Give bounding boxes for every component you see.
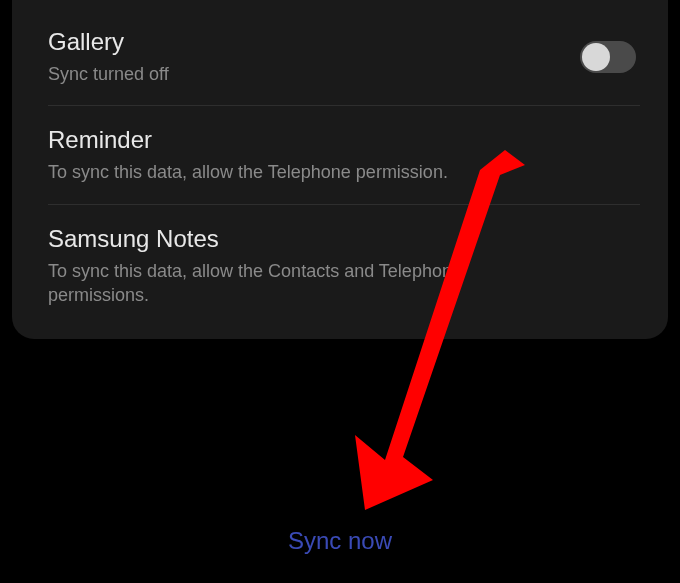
toggle-knob bbox=[582, 43, 610, 71]
settings-panel: Gallery Sync turned off Reminder To sync… bbox=[12, 0, 668, 339]
item-title: Reminder bbox=[48, 126, 632, 154]
item-title: Gallery bbox=[48, 28, 632, 56]
setting-item-gallery[interactable]: Gallery Sync turned off bbox=[12, 8, 668, 106]
item-title: Samsung Notes bbox=[48, 225, 632, 253]
gallery-sync-toggle[interactable] bbox=[580, 41, 636, 73]
item-subtitle: To sync this data, allow the Contacts an… bbox=[48, 259, 632, 308]
item-subtitle: To sync this data, allow the Telephone p… bbox=[48, 160, 632, 184]
item-subtitle: Sync turned off bbox=[48, 62, 632, 86]
setting-item-reminder[interactable]: Reminder To sync this data, allow the Te… bbox=[12, 106, 668, 204]
setting-item-samsung-notes[interactable]: Samsung Notes To sync this data, allow t… bbox=[12, 205, 668, 328]
sync-now-button[interactable]: Sync now bbox=[288, 527, 392, 555]
